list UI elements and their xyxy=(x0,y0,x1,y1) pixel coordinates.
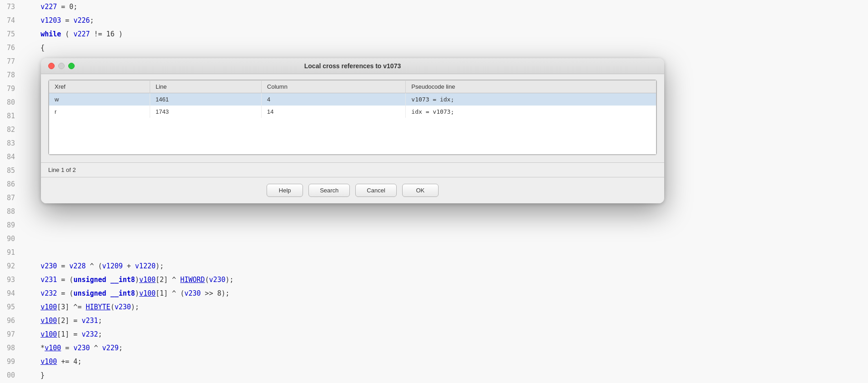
row1-line: 1461 xyxy=(150,93,262,106)
code-line-96: 96 v100[2] = v231; xyxy=(0,314,868,328)
close-button[interactable] xyxy=(48,63,55,69)
code-line-97: 97 v100[1] = v232; xyxy=(0,328,868,341)
table-header-row: Xref Line Column Pseudocode line xyxy=(49,81,656,93)
row1-pseudocode: v1073 = idx; xyxy=(406,93,656,106)
col-header-xref: Xref xyxy=(49,81,150,93)
status-bar: Line 1 of 2 xyxy=(41,162,664,177)
col-header-line: Line xyxy=(150,81,262,93)
code-line-98: 98 *v100 = v230 ^ v229; xyxy=(0,341,868,355)
code-line-74: 74 v1203 = v226; xyxy=(0,14,868,27)
modal-body: Xref Line Column Pseudocode line w 1461 … xyxy=(41,74,664,162)
code-line-93: 93 v231 = (unsigned __int8)v100[2] ^ HIW… xyxy=(0,273,868,287)
search-button[interactable]: Search xyxy=(308,184,350,197)
xref-modal: Local cross references to v1073 Xref Lin… xyxy=(41,58,664,203)
code-line-73: 73 v227 = 0; xyxy=(0,0,868,14)
row1-xref: w xyxy=(49,93,150,106)
table-row[interactable]: r 1743 14 idx = v1073; xyxy=(49,106,656,118)
modal-title: Local cross references to v1073 xyxy=(304,62,401,70)
xref-table: Xref Line Column Pseudocode line w 1461 … xyxy=(49,80,656,155)
code-line-500: 00 } xyxy=(0,368,868,382)
code-line-92: 92 v230 = v228 ^ (v1209 + v1220); xyxy=(0,259,868,273)
status-text: Line 1 of 2 xyxy=(48,166,76,173)
code-line-75: 75 while ( v227 != 16 ) xyxy=(0,27,868,41)
code-line-90: 90 xyxy=(0,232,868,246)
table-row[interactable]: w 1461 4 v1073 = idx; xyxy=(49,93,656,106)
code-line-76: 76 { xyxy=(0,41,868,55)
code-line-91: 91 xyxy=(0,246,868,259)
row2-line: 1743 xyxy=(150,106,262,118)
code-line-89: 89 xyxy=(0,218,868,232)
modal-footer: Help Search Cancel OK xyxy=(41,177,664,203)
col-header-pseudocode: Pseudocode line xyxy=(406,81,656,93)
row2-xref: r xyxy=(49,106,150,118)
maximize-button[interactable] xyxy=(68,63,75,69)
traffic-lights xyxy=(48,63,75,69)
code-line-95: 95 v100[3] ^= HIBYTE(v230); xyxy=(0,300,868,314)
code-line-99: 99 v100 += 4; xyxy=(0,355,868,368)
col-header-column: Column xyxy=(262,81,406,93)
xref-table-container: Xref Line Column Pseudocode line w 1461 … xyxy=(48,80,657,155)
row2-pseudocode: idx = v1073; xyxy=(406,106,656,118)
code-line-88: 88 xyxy=(0,205,868,218)
table-row-empty xyxy=(49,118,656,154)
cancel-button[interactable]: Cancel xyxy=(355,184,396,197)
ok-button[interactable]: OK xyxy=(402,184,439,197)
help-button[interactable]: Help xyxy=(267,184,303,197)
code-line-94: 94 v232 = (unsigned __int8)v100[1] ^ (v2… xyxy=(0,287,868,300)
row1-column: 4 xyxy=(262,93,406,106)
minimize-button[interactable] xyxy=(58,63,65,69)
modal-titlebar: Local cross references to v1073 xyxy=(41,58,664,74)
row2-column: 14 xyxy=(262,106,406,118)
